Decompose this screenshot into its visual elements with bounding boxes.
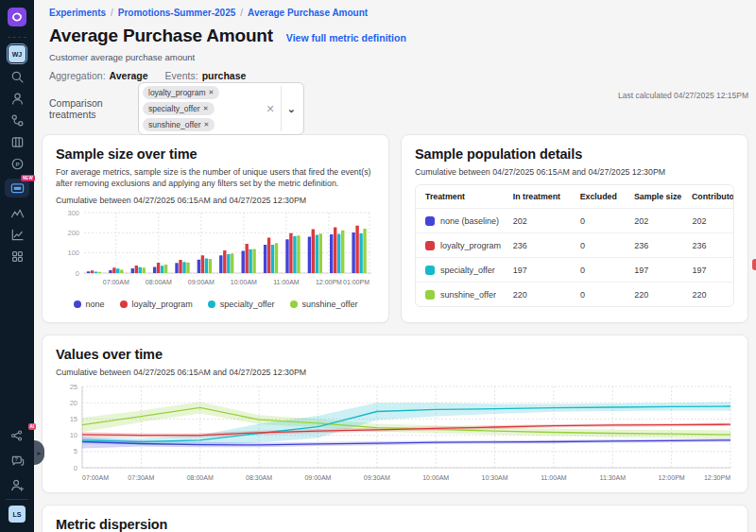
comparison-treatments-label: Comparison treatments	[49, 97, 136, 120]
legend-label: none	[86, 300, 105, 309]
legend-item[interactable]: none	[74, 300, 105, 309]
chevron-down-icon[interactable]: ⌄	[284, 103, 300, 115]
values-range: Cumulative between 04/27/2025 06:15AM an…	[56, 368, 734, 377]
svg-text:08:00AM: 08:00AM	[146, 279, 172, 285]
ai-badge: AI	[28, 423, 37, 430]
sample-size-card: Sample size over time For average metric…	[42, 134, 389, 323]
treatment-name: specialty_offer	[440, 266, 495, 275]
legend-item[interactable]: sunshine_offer	[290, 300, 358, 309]
svg-text:01:00PM: 01:00PM	[343, 279, 369, 285]
right-edge-tab[interactable]	[752, 259, 756, 270]
legend-item[interactable]: specialty_offer	[208, 300, 275, 309]
help-chat-icon[interactable]: ?	[6, 452, 28, 469]
legend-item[interactable]: loyalty_program	[120, 300, 193, 309]
svg-text:11:00AM: 11:00AM	[541, 474, 567, 481]
page-header: Experiments/Promotions-Summer-2025/Avera…	[34, 0, 756, 129]
line-chart-icon[interactable]	[6, 226, 28, 243]
events-field: Events:purchase	[165, 70, 247, 81]
select-divider	[281, 86, 282, 131]
excluded-cell: 0	[580, 266, 634, 275]
ai-assistant-icon[interactable]: AI	[6, 427, 28, 444]
treatment-chip[interactable]: sunshine_offer✕	[143, 118, 215, 131]
legend-dot	[290, 300, 298, 308]
sample-size-cell: 236	[634, 241, 692, 250]
table-row[interactable]: specialty_offer 197 0 197 197	[416, 257, 733, 282]
sidebar-divider	[8, 37, 26, 38]
table-row[interactable]: sunshine_offer 220 0 220 220	[416, 282, 733, 306]
treatment-chip[interactable]: loyalty_program✕	[143, 86, 219, 99]
bar-chart-legend: noneloyalty_programspecialty_offersunshi…	[56, 300, 375, 309]
treatment-chips: loyalty_program✕specialty_offer✕sunshine…	[143, 86, 263, 131]
values-line-chart[interactable]: 051015202507:00AM07:30AM08:00AM08:30AM09…	[56, 381, 734, 490]
svg-text:12:00PM: 12:00PM	[659, 474, 685, 481]
workspace-avatar[interactable]: WJ	[9, 45, 26, 62]
pulse-p-icon[interactable]: P	[6, 155, 28, 172]
svg-text:200: 200	[67, 228, 79, 236]
table-header-row: TreatmentIn treatmentExcludedSample size…	[416, 185, 733, 208]
column-header: Contributors	[692, 192, 733, 201]
breadcrumb-item[interactable]: Promotions-Summer-2025	[118, 8, 235, 18]
legend-dot	[74, 300, 81, 308]
chip-remove-icon[interactable]: ✕	[203, 105, 209, 112]
flows-icon[interactable]	[6, 112, 28, 129]
mountains-icon[interactable]	[6, 204, 28, 221]
in-treatment-cell: 236	[513, 241, 580, 250]
sample-size-description: For average metrics, sample size is the …	[56, 166, 375, 190]
svg-text:10:00AM: 10:00AM	[231, 279, 257, 285]
svg-text:300: 300	[67, 208, 79, 216]
statsig-logo-icon[interactable]	[8, 8, 26, 26]
svg-text:09:00AM: 09:00AM	[304, 474, 331, 481]
invite-user-icon[interactable]	[6, 476, 28, 493]
treatment-cell: specialty_offer	[416, 266, 513, 275]
metric-dispersion-card: Metric dispersion Cumulative between 04/…	[42, 505, 748, 532]
in-treatment-cell: 202	[513, 216, 580, 226]
svg-text:100: 100	[67, 249, 79, 257]
table-row[interactable]: none (baseline) 202 0 202 202	[416, 208, 733, 232]
users-icon[interactable]	[6, 90, 28, 107]
chip-remove-icon[interactable]: ✕	[204, 121, 210, 129]
values-over-time-card: Values over time Cumulative between 04/2…	[42, 335, 748, 493]
search-icon[interactable]	[6, 68, 28, 85]
treatment-name: none (baseline)	[440, 216, 499, 226]
svg-text:0: 0	[74, 464, 77, 472]
treatment-color-swatch	[425, 216, 435, 226]
svg-text:P: P	[15, 160, 19, 166]
sample-size-cell: 202	[634, 216, 692, 226]
sidebar-item-experiments-selected[interactable]: NEW	[5, 179, 29, 197]
breadcrumb-item[interactable]: Experiments	[49, 8, 106, 18]
treatment-name: sunshine_offer	[440, 290, 496, 300]
population-range: Cumulative between 04/27/2025 06:15AM an…	[415, 167, 734, 177]
svg-text:12:00PM: 12:00PM	[316, 279, 342, 285]
legend-label: sunshine_offer	[302, 300, 358, 309]
sample-size-bar-chart[interactable]: 010020030007:00AM08:00AM09:00AM10:00AM11…	[56, 205, 377, 298]
aggregation-field: Aggregation:Average	[49, 70, 148, 81]
sample-size-title: Sample size over time	[56, 146, 375, 162]
sample-size-cell: 197	[634, 266, 692, 275]
table-row[interactable]: loyalty_program 236 0 236 236	[416, 232, 733, 257]
svg-text:?: ?	[14, 456, 18, 462]
svg-text:11:30AM: 11:30AM	[600, 474, 627, 481]
comparison-treatments-select[interactable]: loyalty_program✕specialty_offer✕sunshine…	[138, 82, 304, 135]
column-header: Excluded	[580, 192, 634, 201]
legend-label: loyalty_program	[132, 300, 193, 309]
clear-all-icon[interactable]: ✕	[263, 103, 279, 115]
treatment-chip[interactable]: specialty_offer✕	[143, 102, 215, 115]
sidebar-bottom-divider	[6, 499, 28, 500]
values-title: Values over time	[56, 347, 734, 362]
svg-text:10:00AM: 10:00AM	[422, 474, 449, 481]
last-calculated-label: Last calculated 04/27/2025 12:15PM	[618, 91, 748, 100]
breadcrumb-separator: /	[240, 8, 243, 18]
chip-remove-icon[interactable]: ✕	[208, 89, 214, 96]
breadcrumb-item[interactable]: Average Purchase Amount	[248, 8, 368, 18]
svg-text:08:00AM: 08:00AM	[187, 474, 214, 481]
view-metric-definition-link[interactable]: View full metric definition	[286, 32, 406, 43]
svg-text:25: 25	[70, 383, 77, 391]
user-avatar[interactable]: LS	[9, 506, 26, 523]
contributors-cell: 197	[693, 266, 733, 275]
excluded-cell: 0	[580, 216, 634, 226]
grid-apps-icon[interactable]	[6, 248, 28, 265]
svg-text:08:30AM: 08:30AM	[246, 474, 272, 481]
columns-icon[interactable]	[6, 133, 28, 150]
excluded-cell: 0	[580, 241, 634, 250]
dispersion-title: Metric dispersion	[56, 517, 734, 532]
